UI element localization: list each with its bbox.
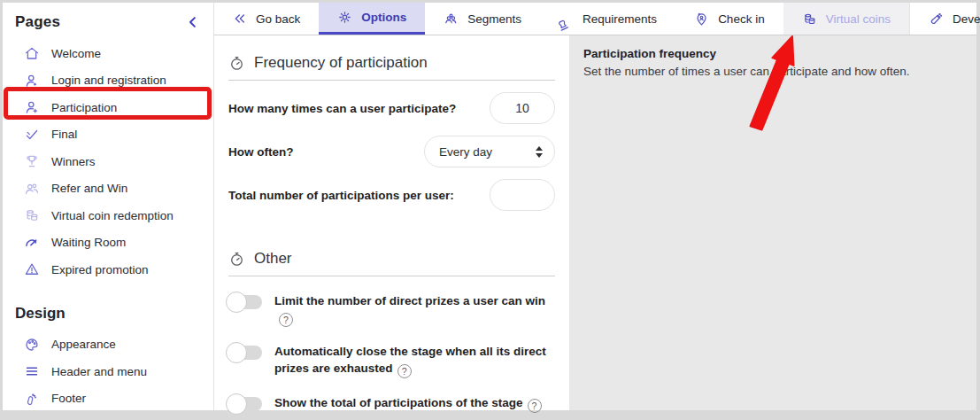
tab-segments[interactable]: Segments bbox=[425, 3, 540, 35]
go-back-label: Go back bbox=[256, 12, 300, 26]
toggle-label: Show the total of participations of the … bbox=[274, 395, 542, 413]
sidebar-title: Pages bbox=[15, 13, 60, 31]
content-area: Frequency of participation How many time… bbox=[214, 35, 976, 410]
help-icon[interactable]: ? bbox=[528, 399, 542, 413]
toggle-knob bbox=[226, 342, 247, 363]
selected-option-label: Every day bbox=[439, 145, 492, 159]
section-divider bbox=[228, 276, 555, 276]
menu-lines-icon bbox=[24, 363, 40, 379]
main-column: Go back Options Segments Requirements Ch… bbox=[214, 3, 976, 410]
sidebar-item-footer[interactable]: Footer bbox=[15, 385, 206, 413]
help-icon[interactable]: ? bbox=[397, 364, 412, 378]
trophy-icon bbox=[24, 153, 40, 169]
sidebar-item-label: Final bbox=[51, 128, 77, 141]
section-title: Frequency of participation bbox=[254, 54, 428, 72]
toggle-label: Limit the number of direct prizes a user… bbox=[274, 293, 555, 327]
coins-icon bbox=[24, 207, 40, 223]
sidebar-item-winners[interactable]: Winners bbox=[15, 148, 206, 175]
user-plus-icon bbox=[24, 99, 40, 115]
toggle-knob bbox=[226, 393, 247, 415]
how-often-select[interactable]: Every day bbox=[424, 136, 555, 167]
tab-label: Segments bbox=[467, 12, 521, 26]
sidebar-item-label: Participation bbox=[51, 101, 117, 114]
help-info-panel: Participation frequency Set the number o… bbox=[569, 35, 976, 410]
sidebar-item-label: Footer bbox=[51, 392, 86, 405]
sidebar-item-label: Header and menu bbox=[51, 365, 147, 378]
sidebar-item-label: Waiting Room bbox=[51, 236, 126, 249]
sidebar-header: Pages bbox=[15, 13, 206, 31]
participate-times-input[interactable] bbox=[490, 92, 555, 124]
pin-user-icon bbox=[694, 12, 709, 27]
home-icon bbox=[24, 45, 40, 61]
sidebar-item-virtual-coin-redemption[interactable]: Virtual coin redemption bbox=[15, 202, 206, 229]
auto-close-stage-toggle[interactable] bbox=[228, 346, 262, 360]
field-label: How many times can a user participate? bbox=[228, 102, 463, 115]
sidebar-item-label: Login and registration bbox=[51, 74, 166, 87]
stopwatch-icon bbox=[228, 55, 245, 72]
sidebar-item-final[interactable]: Final bbox=[15, 121, 206, 149]
sidebar-item-label: Virtual coin redemption bbox=[51, 209, 174, 222]
people-group-icon bbox=[444, 12, 459, 27]
sidebar-item-login[interactable]: Login and registration bbox=[15, 67, 206, 95]
coins-icon bbox=[802, 12, 817, 27]
sidebar-item-header-and-menu[interactable]: Header and menu bbox=[15, 358, 206, 385]
sidebar-item-participation[interactable]: Participation bbox=[15, 94, 206, 121]
palette-icon bbox=[24, 337, 40, 353]
section-title: Other bbox=[254, 250, 292, 268]
tab-developers[interactable]: Developers bbox=[909, 3, 980, 35]
section-divider bbox=[228, 80, 555, 81]
gear-icon bbox=[337, 10, 352, 25]
show-total-toggle[interactable] bbox=[228, 397, 262, 411]
field-label: Total number of participations per user: bbox=[228, 189, 461, 202]
limit-prizes-toggle[interactable] bbox=[228, 295, 262, 309]
field-label: How often? bbox=[228, 145, 301, 159]
info-panel-title: Participation frequency bbox=[583, 47, 962, 60]
tab-options[interactable]: Options bbox=[319, 3, 425, 35]
gauge-icon bbox=[24, 235, 40, 251]
sidebar-item-appearance[interactable]: Appearance bbox=[15, 331, 206, 359]
pipette-icon bbox=[929, 12, 944, 27]
tab-check-in[interactable]: Check in bbox=[675, 3, 783, 35]
collapse-sidebar-icon[interactable] bbox=[185, 14, 201, 30]
tab-virtual-coins[interactable]: Virtual coins bbox=[783, 3, 909, 35]
options-form-panel: Frequency of participation How many time… bbox=[214, 35, 569, 410]
tab-label: Check in bbox=[718, 12, 765, 26]
stopwatch-icon bbox=[228, 251, 245, 268]
total-participations-row: Total number of participations per user: bbox=[228, 179, 555, 211]
sidebar-item-waiting-room[interactable]: Waiting Room bbox=[15, 229, 206, 257]
stamp-icon bbox=[559, 12, 574, 27]
warning-icon bbox=[24, 261, 40, 277]
app-window: Pages Welcome Login and registration Par… bbox=[3, 3, 976, 410]
toggle-label: Automatically close the stage when all i… bbox=[274, 344, 549, 377]
design-section-title: Design bbox=[15, 305, 206, 323]
limit-prizes-toggle-row: Limit the number of direct prizes a user… bbox=[228, 293, 555, 327]
sidebar-item-refer-and-win[interactable]: Refer and Win bbox=[15, 175, 206, 203]
tab-label: Options bbox=[361, 11, 406, 24]
other-section-header: Other bbox=[228, 250, 555, 268]
sidebar-item-label: Refer and Win bbox=[51, 182, 127, 195]
info-panel-body: Set the number of times a user can parti… bbox=[583, 65, 962, 78]
show-total-toggle-row: Show the total of participations of the … bbox=[228, 395, 555, 413]
sidebar-item-label: Winners bbox=[51, 155, 96, 168]
tab-label: Virtual coins bbox=[826, 12, 891, 26]
page-frame: Pages Welcome Login and registration Par… bbox=[0, 0, 980, 420]
tab-requirements[interactable]: Requirements bbox=[540, 3, 675, 35]
toggle-knob bbox=[226, 292, 247, 313]
sidebar-item-label: Expired promotion bbox=[51, 263, 149, 276]
sidebar-item-expired-promotion[interactable]: Expired promotion bbox=[15, 256, 206, 284]
help-icon[interactable]: ? bbox=[279, 313, 293, 327]
frequency-section-header: Frequency of participation bbox=[228, 54, 555, 72]
sidebar-item-label: Welcome bbox=[51, 47, 101, 60]
go-back-button[interactable]: Go back bbox=[214, 3, 319, 35]
pages-sidebar: Pages Welcome Login and registration Par… bbox=[3, 3, 214, 410]
auto-close-stage-toggle-row: Automatically close the stage when all i… bbox=[228, 344, 555, 377]
sidebar-item-welcome[interactable]: Welcome bbox=[15, 40, 206, 67]
total-participations-input[interactable] bbox=[490, 179, 555, 211]
sidebar-item-label: Appearance bbox=[51, 338, 116, 351]
participate-times-row: How many times can a user participate? bbox=[228, 92, 555, 124]
double-check-icon bbox=[24, 127, 40, 143]
tab-label: Developers bbox=[953, 12, 980, 26]
tab-label: Requirements bbox=[583, 12, 657, 26]
how-often-row: How often? Every day bbox=[228, 136, 555, 167]
people-icon bbox=[24, 181, 40, 197]
